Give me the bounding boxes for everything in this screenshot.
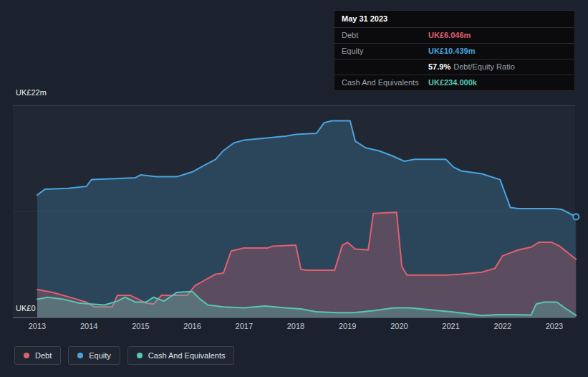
equity-value: UK£10.439m bbox=[428, 47, 475, 56]
equity-label: Equity bbox=[342, 47, 428, 56]
equity-end-marker bbox=[573, 214, 579, 220]
x-axis-label: 2014 bbox=[74, 322, 103, 330]
debt-equity-history-chart: UK£22m UK£0 2013201420152016201720182019… bbox=[0, 0, 588, 377]
x-axis-label: 2017 bbox=[230, 322, 259, 330]
legend-label: Equity bbox=[89, 351, 111, 360]
cash-color-dot bbox=[137, 353, 143, 358]
x-axis-label: 2022 bbox=[488, 322, 517, 330]
x-axis-label: 2015 bbox=[126, 322, 155, 330]
data-tooltip: May 31 2023 Debt UK£6.046m Equity UK£10.… bbox=[334, 10, 575, 91]
legend-item-debt[interactable]: Debt bbox=[14, 346, 61, 365]
debt-value: UK£6.046m bbox=[428, 31, 471, 40]
legend-label: Debt bbox=[35, 351, 52, 360]
x-axis-label: 2016 bbox=[178, 322, 207, 330]
y-axis-zero-label: UK£0 bbox=[16, 304, 36, 312]
cash-label: Cash And Equivalents bbox=[342, 78, 428, 87]
y-axis-top-label: UK£22m bbox=[16, 88, 47, 97]
debt-color-dot bbox=[24, 353, 29, 358]
cash-value: UK£234.000k bbox=[428, 78, 477, 87]
x-axis-label: 2020 bbox=[385, 322, 413, 330]
x-axis-label: 2023 bbox=[540, 322, 569, 330]
legend: DebtEquityCash And Equivalents bbox=[14, 346, 234, 365]
legend-label: Cash And Equivalents bbox=[148, 351, 226, 360]
x-axis-label: 2019 bbox=[333, 322, 362, 330]
tooltip-debt-row: Debt UK£6.046m bbox=[334, 27, 574, 43]
tooltip-cash-row: Cash And Equivalents UK£234.000k bbox=[334, 75, 574, 90]
tooltip-date: May 31 2023 bbox=[342, 14, 387, 24]
x-axis-label: 2013 bbox=[23, 322, 52, 330]
tooltip-equity-row: Equity UK£10.439m bbox=[334, 43, 574, 59]
tooltip-date-row: May 31 2023 bbox=[334, 11, 574, 27]
x-axis-labels: 2013201420152016201720182019202020212022… bbox=[0, 322, 588, 333]
ratio-label: Debt/Equity Ratio bbox=[453, 62, 515, 71]
equity-color-dot bbox=[77, 353, 83, 358]
tooltip-ratio-row: 57.9%Debt/Equity Ratio bbox=[334, 59, 574, 75]
x-axis-label: 2018 bbox=[281, 322, 310, 330]
x-axis-label: 2021 bbox=[437, 322, 466, 330]
legend-item-cash[interactable]: Cash And Equivalents bbox=[127, 346, 235, 365]
debt-label: Debt bbox=[342, 31, 428, 40]
ratio-value: 57.9% bbox=[428, 62, 450, 71]
legend-item-equity[interactable]: Equity bbox=[68, 346, 120, 365]
